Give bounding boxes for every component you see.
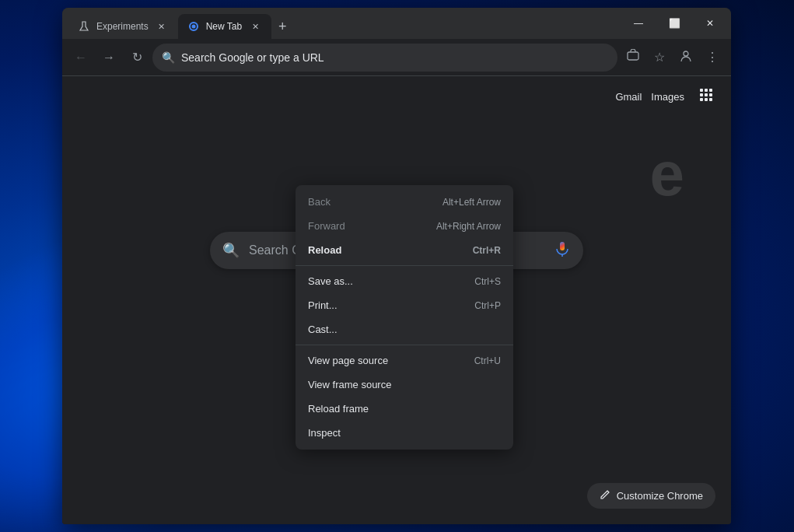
address-text: Search Google or type a URL	[181, 51, 608, 64]
inspect-label: Inspect	[308, 427, 341, 439]
reload-button[interactable]: ↻	[124, 45, 149, 70]
svg-rect-4	[700, 89, 703, 92]
reload-frame-label: Reload frame	[308, 403, 369, 415]
context-menu-view-frame-source[interactable]: View frame source	[296, 373, 513, 397]
tab-experiments-close[interactable]: ✕	[155, 19, 169, 33]
svg-point-1	[191, 25, 195, 29]
context-menu-print[interactable]: Print... Ctrl+P	[296, 293, 513, 317]
reload-menu-shortcut: Ctrl+R	[473, 245, 501, 256]
back-button[interactable]: ←	[68, 45, 93, 70]
forward-icon: →	[103, 51, 115, 65]
customize-chrome-label: Customize Chrome	[617, 490, 703, 502]
context-menu-view-page-source[interactable]: View page source Ctrl+U	[296, 348, 513, 373]
context-menu: Back Alt+Left Arrow Forward Alt+Right Ar…	[296, 185, 513, 450]
pencil-icon	[600, 489, 610, 502]
tab-newtab[interactable]: New Tab ✕	[178, 14, 271, 39]
context-menu-cast[interactable]: Cast...	[296, 317, 513, 341]
forward-button[interactable]: →	[96, 45, 121, 70]
window-controls: — ⬜ ✕	[621, 8, 731, 39]
forward-menu-label: Forward	[308, 220, 345, 232]
svg-rect-6	[709, 89, 712, 92]
print-shortcut: Ctrl+P	[474, 300, 501, 311]
reload-menu-label: Reload	[308, 244, 341, 256]
browser-window: Experiments ✕ New Tab ✕ + —	[62, 8, 731, 524]
view-page-source-shortcut: Ctrl+U	[474, 355, 501, 366]
back-menu-label: Back	[308, 196, 331, 208]
svg-rect-13	[560, 242, 565, 250]
person-icon	[679, 49, 693, 66]
address-bar[interactable]: 🔍 Search Google or type a URL	[152, 44, 617, 72]
save-as-shortcut: Ctrl+S	[474, 276, 501, 287]
context-menu-inspect[interactable]: Inspect	[296, 421, 513, 445]
context-menu-reload[interactable]: Reload Ctrl+R	[296, 238, 513, 262]
cast-label: Cast...	[308, 324, 338, 335]
context-menu-forward[interactable]: Forward Alt+Right Arrow	[296, 214, 513, 238]
print-label: Print...	[308, 299, 338, 311]
close-button[interactable]: ✕	[692, 8, 728, 39]
share-icon	[626, 49, 640, 66]
tab-newtab-label: New Tab	[206, 21, 242, 32]
view-page-source-label: View page source	[308, 355, 388, 366]
images-link[interactable]: Images	[651, 91, 684, 103]
tab-experiments-label: Experiments	[96, 21, 149, 32]
tabs-area: Experiments ✕ New Tab ✕ +	[62, 8, 621, 39]
svg-rect-5	[705, 89, 708, 92]
gmail-link[interactable]: Gmail	[615, 91, 642, 103]
context-menu-reload-frame[interactable]: Reload frame	[296, 397, 513, 421]
bookmark-button[interactable]: ☆	[647, 45, 672, 70]
share-button[interactable]	[621, 45, 645, 70]
apps-icon	[698, 87, 714, 106]
svg-rect-2	[628, 52, 638, 60]
page-search-icon: 🔍	[222, 242, 240, 259]
back-icon: ←	[75, 51, 87, 65]
flask-icon	[78, 20, 90, 33]
voice-icon[interactable]	[554, 240, 571, 261]
view-frame-source-label: View frame source	[308, 379, 391, 390]
svg-rect-12	[709, 98, 712, 101]
svg-rect-8	[705, 93, 708, 96]
page-content: Gmail Images	[62, 76, 731, 524]
google-logo-bg: e	[650, 138, 685, 210]
more-icon: ⋮	[706, 50, 719, 65]
profile-button[interactable]	[673, 45, 698, 70]
context-menu-save-as[interactable]: Save as... Ctrl+S	[296, 269, 513, 293]
svg-point-3	[684, 51, 688, 56]
tab-newtab-close[interactable]: ✕	[248, 19, 262, 33]
tab-experiments[interactable]: Experiments ✕	[68, 14, 178, 39]
svg-rect-9	[709, 93, 712, 96]
nav-right-buttons: ☆ ⋮	[621, 45, 725, 70]
apps-grid-button[interactable]	[694, 84, 719, 109]
title-bar: Experiments ✕ New Tab ✕ + —	[62, 8, 731, 39]
menu-divider-1	[296, 265, 513, 266]
back-menu-shortcut: Alt+Left Arrow	[442, 197, 501, 208]
svg-rect-11	[705, 98, 708, 101]
customize-chrome-button[interactable]: Customize Chrome	[587, 483, 715, 509]
nav-bar: ← → ↻ 🔍 Search Google or type a URL ☆	[62, 39, 731, 76]
svg-rect-10	[700, 98, 703, 101]
address-search-icon: 🔍	[162, 51, 175, 64]
context-menu-back[interactable]: Back Alt+Left Arrow	[296, 190, 513, 214]
svg-rect-7	[700, 93, 703, 96]
reload-icon: ↻	[132, 50, 142, 65]
minimize-button[interactable]: —	[621, 8, 656, 39]
maximize-button[interactable]: ⬜	[656, 8, 692, 39]
forward-menu-shortcut: Alt+Right Arrow	[436, 221, 501, 232]
chrome-icon	[187, 20, 200, 33]
save-as-label: Save as...	[308, 275, 353, 287]
menu-button[interactable]: ⋮	[700, 45, 725, 70]
star-icon: ☆	[654, 50, 665, 65]
menu-divider-2	[296, 345, 513, 345]
top-right-links: Gmail Images	[615, 84, 719, 109]
new-tab-button[interactable]: +	[271, 16, 293, 37]
